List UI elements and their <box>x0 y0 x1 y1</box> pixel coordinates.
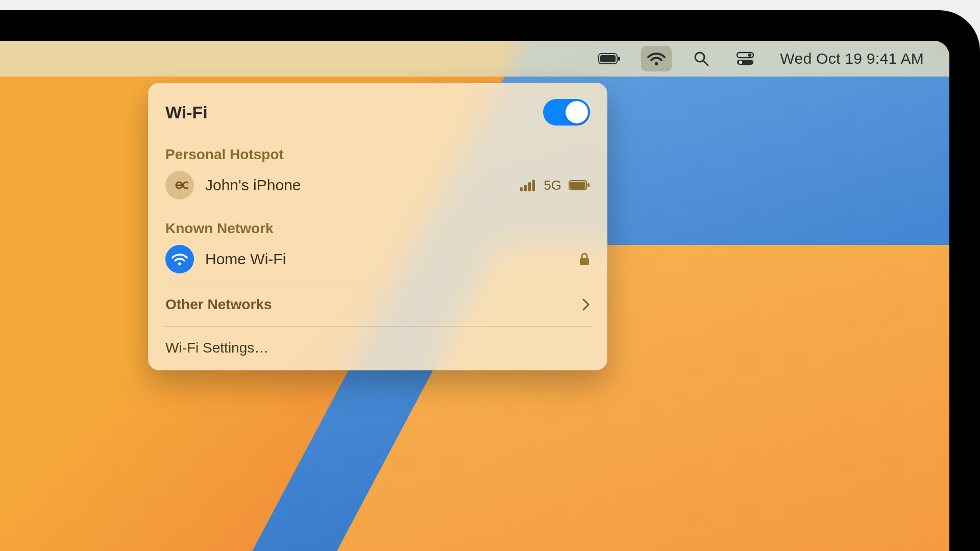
svg-rect-2 <box>618 57 620 61</box>
other-networks-label: Other Networks <box>165 296 272 313</box>
known-network-name: Home Wi-Fi <box>205 251 568 268</box>
svg-line-5 <box>703 61 708 65</box>
svg-rect-17 <box>587 183 590 187</box>
svg-rect-16 <box>570 182 585 189</box>
control-center-icon[interactable] <box>731 46 760 71</box>
hotspot-item[interactable]: John's iPhone 5G <box>148 166 607 205</box>
wifi-header-row: Wi-Fi <box>148 94 607 131</box>
hotspot-section-label: Personal Hotspot <box>148 139 607 166</box>
wifi-status-icon[interactable] <box>641 46 672 71</box>
divider <box>162 209 593 209</box>
other-networks-row[interactable]: Other Networks <box>148 287 607 322</box>
svg-rect-13 <box>528 182 531 191</box>
divider <box>162 283 593 283</box>
wifi-connected-icon <box>165 245 194 273</box>
screen: Wed Oct 19 9:41 AM Wi-Fi Personal Hotspo… <box>0 41 949 551</box>
svg-rect-12 <box>524 185 527 191</box>
svg-rect-14 <box>532 180 535 191</box>
wifi-panel-title: Wi-Fi <box>165 103 543 122</box>
menubar-clock[interactable]: Wed Oct 19 9:41 AM <box>775 50 929 67</box>
svg-point-3 <box>655 62 658 65</box>
svg-point-7 <box>748 54 751 57</box>
hotspot-meta: 5G <box>520 178 590 193</box>
hotspot-link-icon <box>165 171 194 199</box>
svg-point-18 <box>178 262 181 265</box>
menubar: Wed Oct 19 9:41 AM <box>0 41 949 77</box>
spotlight-search-icon[interactable] <box>687 46 716 71</box>
wifi-toggle[interactable] <box>543 99 590 126</box>
hotspot-battery-icon <box>569 180 590 190</box>
hotspot-name: John's iPhone <box>205 177 509 194</box>
wifi-toggle-knob <box>566 101 588 123</box>
wifi-settings-row[interactable]: Wi-Fi Settings… <box>148 331 607 365</box>
svg-rect-1 <box>600 55 616 62</box>
divider <box>162 326 593 327</box>
divider <box>162 135 593 135</box>
battery-status-icon[interactable] <box>593 46 626 71</box>
svg-point-9 <box>739 61 742 64</box>
lock-icon <box>579 252 590 266</box>
known-network-meta <box>579 252 590 266</box>
known-network-item[interactable]: Home Wi-Fi <box>148 240 607 279</box>
hotspot-network-type: 5G <box>544 178 561 193</box>
svg-rect-11 <box>520 187 523 191</box>
known-section-label: Known Network <box>148 213 607 240</box>
wifi-settings-label: Wi-Fi Settings… <box>165 340 268 356</box>
svg-rect-19 <box>580 258 589 265</box>
laptop-frame: Wed Oct 19 9:41 AM Wi-Fi Personal Hotspo… <box>0 10 980 551</box>
wifi-dropdown-panel: Wi-Fi Personal Hotspot John's iPhone <box>148 83 607 370</box>
signal-bars-icon <box>520 179 536 191</box>
chevron-right-icon <box>582 298 590 311</box>
